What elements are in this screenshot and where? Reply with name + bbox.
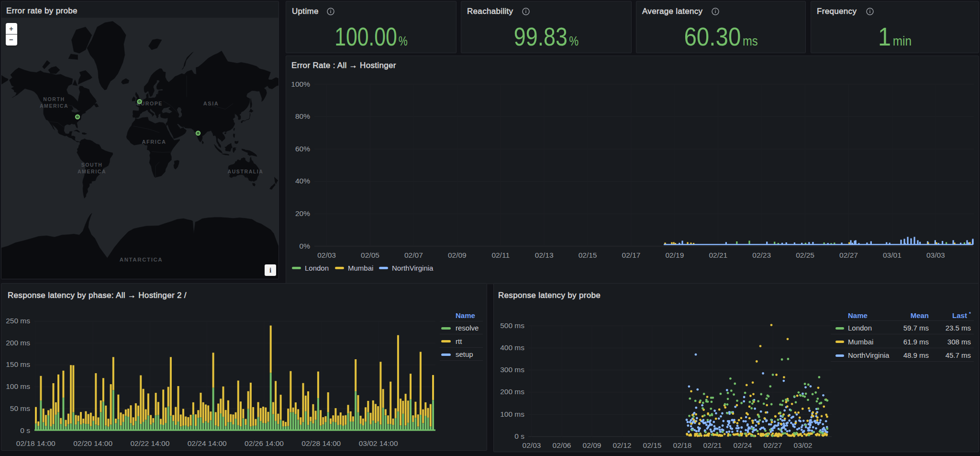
svg-text:200 ms: 200 ms [6,339,30,347]
svg-text:03/01: 03/01 [883,251,902,259]
svg-text:02/28 14:00: 02/28 14:00 [301,439,341,447]
svg-text:02/03: 02/03 [317,251,336,259]
svg-text:02/24 14:00: 02/24 14:00 [188,439,227,447]
svg-text:02/27: 02/27 [764,441,782,449]
svg-text:ANTARCTICA: ANTARCTICA [120,257,163,262]
svg-text:02/09: 02/09 [583,441,601,449]
svg-text:AFRICA: AFRICA [142,139,166,145]
svg-text:02/23: 02/23 [752,251,771,259]
svg-text:02/21: 02/21 [703,441,722,449]
svg-text:250 ms: 250 ms [6,317,30,325]
svg-text:0%: 0% [300,242,311,250]
svg-text:AUSTRALIA: AUSTRALIA [227,169,263,174]
svg-text:100 ms: 100 ms [500,410,524,418]
svg-text:0 s: 0 s [20,426,30,434]
svg-text:02/19: 02/19 [666,251,684,259]
svg-text:02/18: 02/18 [673,441,692,449]
svg-text:SOUTH: SOUTH [81,162,103,168]
svg-text:80%: 80% [295,112,310,120]
svg-text:02/18 14:00: 02/18 14:00 [16,439,56,447]
svg-text:03/02: 03/02 [794,441,813,449]
svg-text:02/26 14:00: 02/26 14:00 [245,439,284,447]
svg-text:02/11: 02/11 [491,251,510,259]
svg-text:60%: 60% [295,145,310,153]
svg-text:02/07: 02/07 [404,251,423,259]
svg-text:NORTH: NORTH [43,96,65,102]
svg-text:02/15: 02/15 [579,251,597,259]
svg-text:02/27: 02/27 [839,251,858,259]
svg-text:02/03: 02/03 [523,441,541,449]
svg-text:02/15: 02/15 [643,441,662,449]
svg-text:100%: 100% [291,80,310,88]
svg-text:50 ms: 50 ms [10,404,30,412]
svg-text:20%: 20% [295,209,310,217]
svg-text:02/22 14:00: 02/22 14:00 [130,439,169,447]
svg-text:03/03: 03/03 [926,251,945,259]
svg-text:02/24: 02/24 [734,441,752,449]
svg-text:400 ms: 400 ms [500,343,524,352]
svg-text:AMERICA: AMERICA [40,103,68,109]
svg-text:500 ms: 500 ms [500,321,524,330]
svg-text:02/13: 02/13 [535,251,554,259]
svg-text:0 s: 0 s [514,432,524,440]
svg-text:02/12: 02/12 [613,441,632,449]
svg-text:100 ms: 100 ms [6,382,30,390]
svg-text:200 ms: 200 ms [500,388,524,396]
svg-text:AMERICA: AMERICA [78,169,106,174]
svg-text:40%: 40% [295,177,310,185]
svg-text:02/06: 02/06 [553,441,571,449]
svg-text:02/25: 02/25 [796,251,814,259]
svg-text:ASIA: ASIA [203,101,219,106]
svg-text:02/21: 02/21 [709,251,727,259]
svg-text:02/05: 02/05 [361,251,379,259]
svg-text:02/17: 02/17 [622,251,641,259]
svg-text:300 ms: 300 ms [500,365,524,374]
svg-text:02/20 14:00: 02/20 14:00 [73,439,112,447]
svg-text:02/09: 02/09 [448,251,467,259]
svg-text:03/02 14:00: 03/02 14:00 [359,439,398,447]
svg-text:150 ms: 150 ms [6,360,30,368]
